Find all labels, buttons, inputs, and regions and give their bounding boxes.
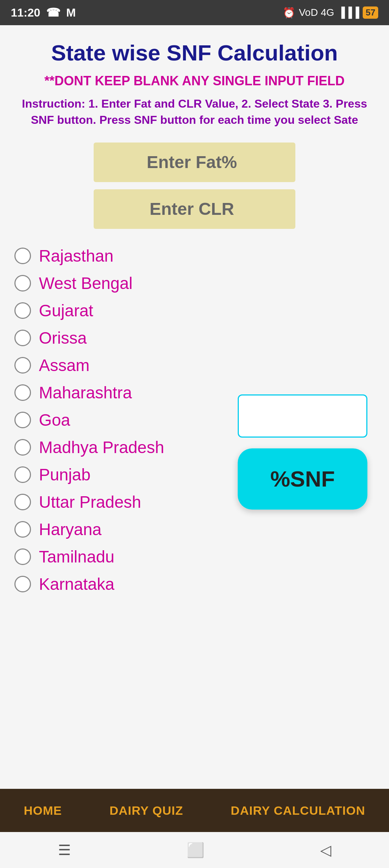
- battery-icon: 57: [363, 6, 378, 19]
- state-label: Gujarat: [39, 301, 93, 320]
- menu-icon[interactable]: ☰: [58, 842, 71, 858]
- state-option[interactable]: Assam: [14, 353, 223, 378]
- network-label: VoD 4G: [299, 7, 334, 18]
- state-option[interactable]: Madhya Pradesh: [14, 435, 223, 460]
- bottom-nav: HOME DAIRY QUIZ DAIRY CALCULATION: [0, 789, 389, 832]
- state-option[interactable]: Tamilnadu: [14, 544, 223, 569]
- snf-side: %SNF: [231, 243, 375, 782]
- state-label: Assam: [39, 356, 90, 375]
- radio-circle[interactable]: [14, 548, 31, 565]
- status-right: ⏰ VoD 4G ▐▐▐ 57: [283, 6, 378, 19]
- nav-home[interactable]: HOME: [24, 804, 62, 818]
- whatsapp-icon: ☎: [46, 6, 61, 19]
- fat-input[interactable]: [94, 143, 295, 182]
- input-fields: [14, 143, 375, 229]
- radio-circle[interactable]: [14, 302, 31, 319]
- state-option[interactable]: Haryana: [14, 517, 223, 542]
- state-option[interactable]: Gujarat: [14, 298, 223, 323]
- state-label: Haryana: [39, 520, 102, 539]
- radio-circle[interactable]: [14, 384, 31, 401]
- state-option[interactable]: Uttar Pradesh: [14, 489, 223, 515]
- radio-circle[interactable]: [14, 576, 31, 592]
- signal-icon: ▐▐▐: [338, 7, 359, 18]
- radio-circle[interactable]: [14, 357, 31, 374]
- snf-result-box: [238, 394, 367, 438]
- main-content: State wise SNF Calculation **DONT KEEP B…: [0, 25, 389, 789]
- radio-circle[interactable]: [14, 275, 31, 291]
- radio-circle[interactable]: [14, 248, 31, 264]
- back-icon[interactable]: ◁: [320, 842, 331, 858]
- state-label: Punjab: [39, 465, 90, 484]
- state-label: Rajasthan: [39, 246, 113, 266]
- nav-dairy-calc[interactable]: DAIRY CALCULATION: [231, 804, 365, 818]
- system-nav-bar: ☰ ⬜ ◁: [0, 832, 389, 868]
- gmail-icon: M: [66, 6, 76, 19]
- state-option[interactable]: Karnataka: [14, 571, 223, 597]
- state-option[interactable]: Rajasthan: [14, 243, 223, 268]
- time-display: 11:20: [11, 6, 40, 19]
- state-label: Uttar Pradesh: [39, 492, 141, 512]
- page-title: State wise SNF Calculation: [14, 40, 375, 66]
- state-label: Orissa: [39, 328, 87, 348]
- state-option[interactable]: Orissa: [14, 325, 223, 351]
- alarm-icon: ⏰: [283, 7, 295, 19]
- state-option[interactable]: Goa: [14, 407, 223, 433]
- snf-button[interactable]: %SNF: [238, 448, 367, 510]
- state-label: West Bengal: [39, 273, 133, 293]
- states-list: RajasthanWest BengalGujaratOrissaAssamMa…: [14, 243, 223, 782]
- radio-circle[interactable]: [14, 439, 31, 456]
- state-label: Karnataka: [39, 574, 115, 594]
- home-nav-icon[interactable]: ⬜: [187, 842, 205, 859]
- status-bar: 11:20 ☎ M ⏰ VoD 4G ▐▐▐ 57: [0, 0, 389, 25]
- radio-circle[interactable]: [14, 466, 31, 483]
- state-label: Maharashtra: [39, 383, 132, 402]
- state-option[interactable]: Punjab: [14, 462, 223, 487]
- state-label: Tamilnadu: [39, 547, 115, 566]
- state-option[interactable]: West Bengal: [14, 271, 223, 296]
- state-option[interactable]: Maharashtra: [14, 380, 223, 405]
- state-label: Madhya Pradesh: [39, 438, 164, 457]
- nav-dairy-quiz[interactable]: DAIRY QUIZ: [109, 804, 183, 818]
- warning-text: **DONT KEEP BLANK ANY SINGLE INPUT FIELD: [14, 73, 375, 89]
- radio-circle[interactable]: [14, 412, 31, 428]
- states-snf-container: RajasthanWest BengalGujaratOrissaAssamMa…: [14, 243, 375, 782]
- radio-circle[interactable]: [14, 521, 31, 538]
- snf-button-label: %SNF: [270, 466, 335, 492]
- radio-circle[interactable]: [14, 494, 31, 510]
- instruction-text: Instruction: 1. Enter Fat and CLR Value,…: [14, 96, 375, 128]
- state-label: Goa: [39, 410, 70, 430]
- radio-circle[interactable]: [14, 330, 31, 346]
- clr-input[interactable]: [94, 189, 295, 229]
- status-left: 11:20 ☎ M: [11, 6, 76, 19]
